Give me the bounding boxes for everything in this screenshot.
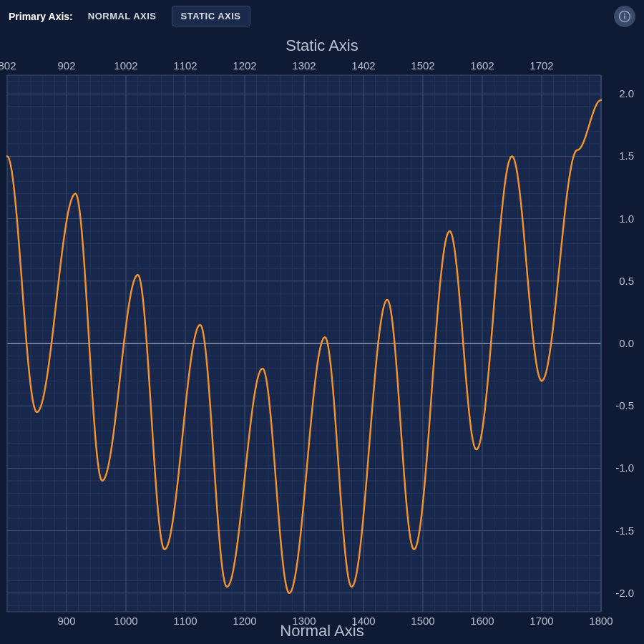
static-axis-button[interactable]: STATIC AXIS bbox=[172, 6, 250, 26]
normal-axis-button[interactable]: NORMAL AXIS bbox=[79, 6, 166, 26]
info-icon[interactable] bbox=[614, 6, 635, 27]
chart-svg bbox=[0, 32, 644, 642]
svg-point-1 bbox=[624, 14, 625, 15]
toolbar: Primary Axis: NORMAL AXIS STATIC AXIS bbox=[0, 0, 644, 32]
primary-axis-label: Primary Axis: bbox=[9, 11, 73, 22]
svg-rect-2 bbox=[624, 16, 625, 19]
chart[interactable]: Static Axis Normal Axis 8029021002110212… bbox=[0, 32, 644, 642]
